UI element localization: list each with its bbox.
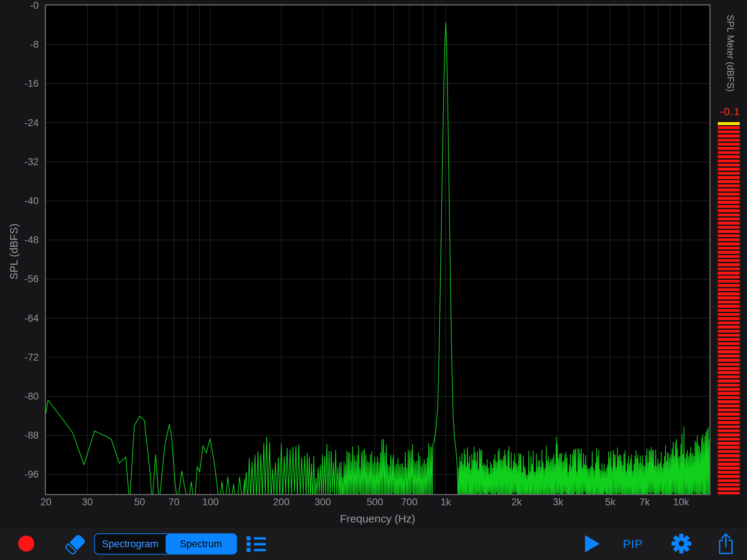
meter-segment	[718, 388, 740, 391]
x-tick-label: 100	[202, 497, 218, 508]
meter-segment	[718, 168, 740, 171]
meter-segment	[718, 122, 740, 125]
meter-segment	[718, 338, 740, 341]
meter-segment	[718, 305, 740, 308]
meter-segment	[718, 454, 740, 457]
meter-segment	[718, 193, 740, 196]
x-tick-label: 10k	[673, 497, 689, 508]
meter-segment	[718, 359, 740, 362]
settings-button[interactable]	[671, 534, 691, 553]
x-tick-label: 200	[273, 497, 290, 508]
view-mode-segmented-control: Spectrogram Spectrum	[94, 533, 237, 555]
meter-segment	[718, 176, 740, 179]
spl-meter-value: -0.1	[720, 105, 740, 118]
meter-segment	[718, 222, 740, 225]
y-tick-label: -80	[0, 390, 39, 402]
meter-segment	[718, 301, 740, 304]
meter-segment	[718, 322, 740, 324]
meter-segment	[718, 160, 740, 163]
meter-segment	[718, 450, 740, 453]
meter-segment	[718, 475, 740, 478]
spectrum-trace	[46, 23, 709, 494]
y-tick-label: -8	[0, 39, 39, 50]
meter-segment	[718, 313, 740, 316]
meter-segment	[718, 139, 740, 142]
meter-segment	[718, 288, 740, 291]
meter-segment	[718, 155, 740, 158]
meter-segment	[718, 346, 740, 349]
meter-segment	[718, 259, 740, 262]
meter-segment	[718, 330, 740, 333]
meter-segment	[718, 230, 740, 233]
meter-segment	[718, 135, 740, 137]
record-button[interactable]	[18, 536, 34, 552]
gear-icon	[671, 534, 691, 553]
erase-button[interactable]	[64, 532, 87, 556]
meter-segment	[718, 384, 740, 387]
y-tick-label: -64	[0, 312, 39, 324]
spl-meter-bar	[718, 122, 740, 496]
meter-segment	[718, 438, 740, 441]
tab-spectrogram[interactable]: Spectrogram	[95, 534, 166, 554]
meter-segment	[718, 276, 740, 279]
meter-segment	[718, 197, 740, 200]
meter-segment	[718, 380, 740, 382]
meter-segment	[718, 446, 740, 449]
meter-segment	[718, 280, 740, 283]
y-tick-label: -24	[0, 117, 39, 129]
meter-segment	[718, 326, 740, 328]
x-axis-title: Frequency (Hz)	[340, 513, 415, 525]
meter-segment	[718, 126, 740, 129]
y-tick-label: -16	[0, 78, 39, 89]
meter-segment	[718, 396, 740, 399]
x-tick-label: 3k	[553, 497, 564, 508]
y-tick-label: -32	[0, 156, 39, 168]
pip-button[interactable]: PIP	[623, 537, 643, 551]
meter-segment	[718, 363, 740, 366]
eraser-icon	[64, 532, 87, 556]
spectrum-plot[interactable]	[45, 4, 711, 495]
x-tick-label: 7k	[639, 497, 650, 508]
y-tick-label: -0	[0, 0, 39, 11]
tab-spectrum[interactable]: Spectrum	[166, 534, 236, 554]
meter-segment	[718, 209, 740, 212]
meter-segment	[718, 201, 740, 204]
meter-segment	[718, 218, 740, 221]
x-tick-label: 70	[169, 497, 179, 508]
meter-segment	[718, 392, 740, 395]
list-button[interactable]	[247, 536, 266, 553]
meter-segment	[718, 487, 740, 490]
meter-segment	[718, 355, 740, 358]
meter-segment	[718, 292, 740, 295]
play-button[interactable]	[585, 535, 600, 552]
y-tick-label: -40	[0, 195, 39, 207]
meter-segment	[718, 296, 740, 299]
meter-segment	[718, 429, 740, 432]
meter-segment	[718, 376, 740, 378]
x-tick-label: 30	[82, 497, 93, 508]
meter-segment	[718, 492, 740, 495]
meter-segment	[718, 367, 740, 370]
meter-segment	[718, 459, 740, 462]
meter-segment	[718, 151, 740, 154]
meter-segment	[718, 255, 740, 258]
y-axis-title: SPL (dBFS)	[8, 223, 20, 280]
meter-segment	[718, 234, 740, 237]
meter-segment	[718, 317, 740, 320]
meter-segment	[718, 467, 740, 470]
bottom-toolbar: Spectrogram Spectrum PIP	[0, 528, 747, 560]
meter-segment	[718, 272, 740, 275]
share-button[interactable]	[717, 532, 735, 555]
y-tick-label: -88	[0, 429, 39, 441]
meter-segment	[718, 226, 740, 229]
x-tick-label: 300	[314, 497, 331, 508]
meter-segment	[718, 417, 740, 420]
meter-segment	[718, 143, 740, 146]
meter-segment	[718, 238, 740, 241]
meter-segment	[718, 342, 740, 345]
meter-segment	[718, 425, 740, 428]
meter-segment	[718, 309, 740, 312]
meter-segment	[718, 284, 740, 287]
meter-segment	[718, 188, 740, 191]
spl-meter-title: SPL Meter (dBFS)	[725, 15, 736, 92]
